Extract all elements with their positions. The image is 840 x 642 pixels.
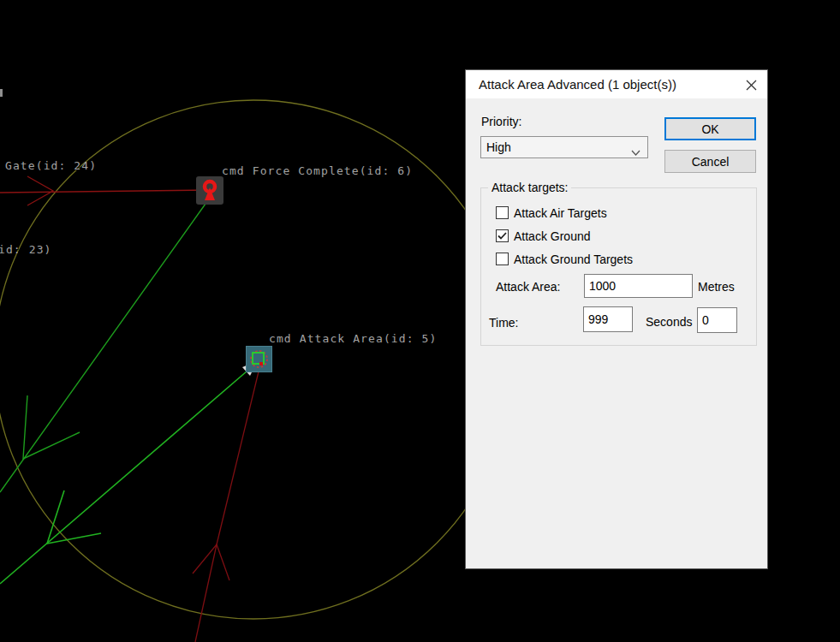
clipped-label-fragment xyxy=(0,89,3,97)
attack-area-input[interactable] xyxy=(584,274,693,298)
attack-area-advanced-dialog: Attack Area Advanced (1 object(s)) Prior… xyxy=(465,69,768,569)
time-label: Time: xyxy=(489,316,518,330)
checkbox-attack-ground-targets[interactable]: Attack Ground Targets xyxy=(496,252,633,266)
priority-dropdown[interactable]: High xyxy=(480,136,648,158)
time-seconds-input[interactable] xyxy=(697,307,737,333)
editor-screen: Gate(id: 24) id: 23) cmd Force Complete(… xyxy=(0,0,840,642)
time-unit: Seconds xyxy=(646,315,692,329)
close-icon[interactable] xyxy=(743,77,759,92)
cancel-button[interactable]: Cancel xyxy=(664,150,756,173)
label-id23-partial: id: 23) xyxy=(0,243,52,256)
chevron-down-icon xyxy=(631,145,640,158)
time-input[interactable] xyxy=(583,306,633,332)
label-gate: Gate(id: 24) xyxy=(5,159,97,172)
checkbox-attack-ground[interactable]: Attack Ground xyxy=(496,229,591,243)
ok-button[interactable]: OK xyxy=(664,117,756,140)
checkbox-attack-air-targets[interactable]: Attack Air Targets xyxy=(496,205,607,220)
checkbox-label: Attack Ground Targets xyxy=(514,253,633,266)
attack-area-unit: Metres xyxy=(698,280,735,294)
attack-area-label: Attack Area: xyxy=(496,280,560,294)
checkbox-label: Attack Ground xyxy=(514,229,591,243)
dialog-title-bar[interactable]: Attack Area Advanced (1 object(s)) xyxy=(466,70,767,98)
attack-targets-legend: Attack targets: xyxy=(488,181,571,194)
label-cmd-force-complete: cmd Force Complete(id: 6) xyxy=(222,164,413,177)
dialog-title: Attack Area Advanced (1 object(s)) xyxy=(479,77,676,92)
label-cmd-attack-area: cmd Attack Area(id: 5) xyxy=(269,332,437,345)
force-complete-icon[interactable] xyxy=(196,176,223,208)
priority-label: Priority: xyxy=(481,115,521,128)
checkbox-icon xyxy=(496,229,509,242)
priority-value: High xyxy=(481,140,511,154)
checkbox-label: Attack Air Targets xyxy=(514,206,607,220)
checkbox-icon xyxy=(496,206,509,219)
red-link-line-1 xyxy=(0,176,210,205)
checkbox-icon xyxy=(496,253,509,265)
attack-area-icon[interactable] xyxy=(246,346,272,376)
green-direction-line-1 xyxy=(0,198,210,492)
